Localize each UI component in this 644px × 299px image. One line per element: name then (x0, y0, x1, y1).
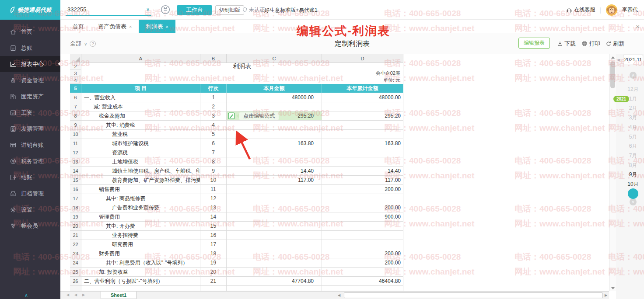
month-item-2月[interactable]: 2月 (616, 104, 644, 112)
sheet-tab[interactable]: Sheet1 (101, 292, 136, 299)
line-no-cell[interactable]: 21 (200, 277, 227, 286)
close-icon[interactable]: × (165, 24, 168, 29)
horizontal-scrollbar[interactable] (344, 292, 603, 298)
item-cell[interactable]: 城市维护建设税 (81, 139, 200, 148)
item-cell[interactable]: 一、营业收入 (81, 93, 200, 102)
sidebar-item-salary[interactable]: 工资 (0, 104, 60, 121)
hscroll-left-button[interactable]: ◀ (338, 293, 340, 297)
year-amount-cell[interactable]: 900.00 (322, 212, 403, 222)
tab-1[interactable]: 资产负债表× (91, 20, 139, 33)
year-amount-cell[interactable] (322, 240, 403, 249)
month-amount-cell[interactable] (227, 121, 322, 130)
month-amount-cell[interactable]: 117.00 (227, 176, 322, 185)
row-header[interactable]: 26 (70, 277, 81, 286)
item-cell[interactable]: 销售费用 (81, 185, 200, 194)
row-header[interactable]: 20 (70, 222, 81, 231)
line-no-cell[interactable]: 2 (200, 102, 227, 111)
refresh-button[interactable]: 刷新 (606, 40, 624, 48)
hscroll-right-button[interactable]: ▶ (605, 293, 607, 297)
year-amount-cell[interactable]: 200.00 (322, 203, 403, 212)
tab-0[interactable]: 首页 (66, 20, 91, 33)
month-amount-cell[interactable] (227, 222, 322, 231)
month-item-6月[interactable]: 6月 (616, 142, 644, 150)
edit-formula-icon[interactable] (228, 112, 235, 119)
sidebar-item-invoice[interactable]: 发票管理 (0, 121, 60, 137)
sidebar-item-archive[interactable]: 归档管理 (0, 185, 60, 202)
print-button[interactable]: 打印 (581, 40, 600, 48)
row-header[interactable]: 2 (70, 63, 81, 70)
col-header-C[interactable]: C (227, 54, 322, 63)
merged-cell[interactable]: 会小企02表 (81, 70, 403, 77)
row-header[interactable]: 13 (70, 157, 81, 167)
line-no-cell[interactable]: 16 (200, 231, 227, 240)
row-header[interactable]: 8 (70, 111, 81, 121)
line-no-cell[interactable]: 6 (200, 139, 227, 148)
merged-cell[interactable]: 单位: 元 (81, 77, 403, 84)
row-header[interactable]: 7 (70, 102, 81, 111)
item-cell[interactable]: 研究费用 (81, 240, 200, 249)
month-item-5月[interactable]: 5月 (616, 133, 644, 141)
year-amount-cell[interactable]: 200.00 (322, 249, 403, 258)
year-amount-cell[interactable] (322, 157, 403, 167)
month-amount-cell[interactable] (227, 148, 322, 157)
table-header-cell[interactable]: 项 目 (81, 84, 200, 93)
formula-cell-highlighted[interactable]: 点击编辑公式295.20 (227, 111, 322, 121)
item-cell[interactable]: 营业税 (81, 130, 200, 139)
avatar[interactable] (606, 4, 618, 16)
line-no-cell[interactable]: 1 (200, 93, 227, 102)
row-header[interactable]: 10 (70, 130, 81, 139)
month-amount-cell[interactable] (227, 240, 322, 249)
year-amount-cell[interactable]: 200.00 (322, 258, 403, 268)
sidebar-item-asset[interactable]: 固定资产 (0, 88, 60, 104)
tab-2[interactable]: 利润表× (139, 20, 175, 33)
table-header-cell[interactable]: 本年累计金额 (322, 84, 403, 93)
month-amount-cell[interactable] (227, 231, 322, 240)
line-no-cell[interactable]: 9 (200, 167, 227, 176)
item-cell[interactable]: 财务费用 (81, 249, 200, 258)
row-header[interactable]: 23 (70, 249, 81, 258)
merged-cell[interactable]: 利润表 (81, 63, 403, 70)
cell[interactable] (81, 286, 200, 291)
scroll-down-button[interactable] (609, 285, 616, 291)
row-header[interactable]: 11 (70, 139, 81, 148)
line-no-cell[interactable]: 11 (200, 185, 227, 194)
item-cell[interactable]: 资源税 (81, 148, 200, 157)
line-no-cell[interactable]: 8 (200, 157, 227, 167)
month-amount-cell[interactable] (227, 194, 322, 203)
line-no-cell[interactable]: 13 (200, 203, 227, 212)
sidebar-item-ledger[interactable]: 总账 (0, 40, 60, 56)
table-header-cell[interactable]: 行次 (200, 84, 227, 93)
month-item-12月[interactable]: 12月 (616, 85, 644, 93)
close-icon[interactable]: × (129, 24, 132, 29)
month-item-9月[interactable]: 9月 (616, 170, 644, 178)
item-cell[interactable]: 其中: 消费税 (81, 121, 200, 130)
item-cell[interactable]: 其中: 开办费 (81, 222, 200, 231)
year-amount-cell[interactable]: 200.00 (322, 185, 403, 194)
first-sheet-button[interactable]: ◀ (66, 293, 69, 297)
row-header[interactable]: 15 (70, 176, 81, 185)
row-header[interactable]: 6 (70, 93, 81, 102)
line-no-cell[interactable]: 10 (200, 176, 227, 185)
download-button[interactable]: 下载 (557, 40, 576, 48)
months-scroll-up[interactable]: ∧ (630, 72, 637, 79)
month-amount-cell[interactable] (227, 258, 322, 268)
year-amount-cell[interactable]: 14.40 (322, 167, 403, 176)
month-amount-cell[interactable] (227, 185, 322, 194)
cell[interactable] (322, 286, 403, 291)
year-amount-cell[interactable] (322, 268, 403, 277)
cell[interactable] (200, 286, 227, 291)
edit-report-button[interactable]: 编辑报表 (518, 38, 550, 49)
calendar-badge-icon[interactable] (160, 4, 171, 15)
sidebar-item-report[interactable]: 报表中心 (0, 56, 60, 72)
month-amount-cell[interactable] (227, 130, 322, 139)
month-amount-cell[interactable]: 14.40 (227, 167, 322, 176)
month-item-3月[interactable]: 3月 (616, 114, 644, 122)
row-header[interactable]: 3 (70, 70, 81, 77)
month-amount-cell[interactable]: 163.80 (227, 139, 322, 148)
row-header[interactable]: 25 (70, 268, 81, 277)
item-cell[interactable]: 其中: 商品维修费 (81, 194, 200, 203)
row-header[interactable]: 14 (70, 167, 81, 176)
row-header[interactable]: 5 (70, 84, 81, 93)
select-all-corner[interactable] (70, 54, 81, 63)
item-cell[interactable]: 教育费附加、矿产资源补偿费、排污费 (81, 176, 200, 185)
